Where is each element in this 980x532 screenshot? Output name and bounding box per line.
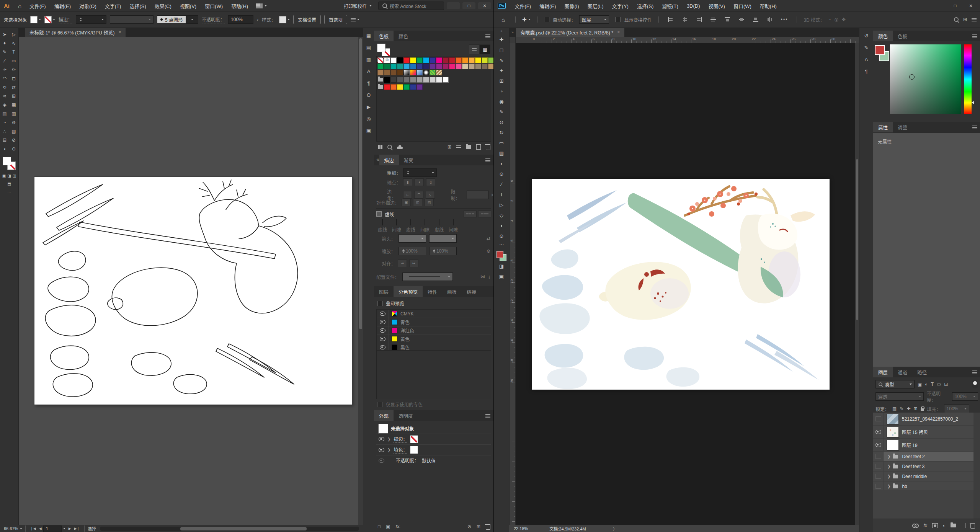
expand-chevron-icon[interactable]: ❯ [387,437,390,441]
history-brush-tool-icon[interactable]: ↻ [494,127,509,138]
menu-item[interactable]: 效果(C) [150,2,176,10]
selection-tool-icon[interactable]: ➤ [0,30,9,39]
menu-item[interactable]: 帮助(H) [227,2,252,10]
opacity-label[interactable]: 不透明度： [202,16,225,23]
panel-menu-icon[interactable] [972,126,977,129]
tab-2[interactable]: 特性 [423,286,442,297]
close-button[interactable]: ✕ [478,2,491,9]
brush-definition-select[interactable]: 5 点圆形 [157,15,198,24]
swatch[interactable] [430,57,436,63]
dashed-line-checkbox[interactable] [376,211,382,217]
healing-brush-tool-icon[interactable]: ◉ [494,96,509,107]
align-center-button[interactable]: ▣ [402,199,411,206]
lasso-tool-icon[interactable]: ∿ [9,39,18,47]
layer-visibility-icon[interactable] [875,416,881,421]
scale-tool-icon[interactable]: ⇄ [9,83,18,91]
align-center-icon[interactable] [682,17,688,22]
perspective-grid-tool-icon[interactable]: ▦ [9,100,18,109]
swatch-options-icon[interactable] [456,145,461,149]
lock-all-icon[interactable] [921,408,924,411]
visibility-eye-icon[interactable] [380,345,385,349]
lock-position-icon[interactable]: ✚ [906,406,910,411]
align-right-icon[interactable] [696,17,702,22]
pixel-filter-icon[interactable]: ▣ [918,382,922,387]
bevel-join-button[interactable]: ◺ [426,191,435,199]
lock-artboard-icon[interactable]: ⊞ [913,406,917,411]
hue-slider[interactable] [964,44,972,114]
menu-item[interactable]: 帮助(H) [756,2,781,10]
swatch[interactable] [416,57,423,63]
next-artboard-icon[interactable]: ▶ [67,527,73,530]
layer-visibility-icon[interactable] [875,484,881,489]
zoom-dropdown-icon[interactable] [20,528,22,529]
variable-width-profile-select[interactable] [110,15,154,24]
stroke-color-control[interactable] [44,16,55,23]
align-middle-icon[interactable] [739,17,744,22]
layer-visibility-icon[interactable] [875,430,881,434]
workspace-selector[interactable]: 打印和校样 [344,3,367,9]
expand-chevron-icon[interactable]: ❯ [387,448,390,452]
drawing-mode-buttons[interactable]: ▣◨◫ [0,174,18,178]
align-bottom-icon[interactable] [753,17,758,22]
swatch[interactable] [403,57,410,63]
visibility-eye-icon[interactable] [379,448,384,452]
arrange-documents-control[interactable] [351,18,359,21]
round-join-button[interactable]: ⌒ [414,191,423,199]
layer-fill-input[interactable]: 100% [944,405,969,413]
gradient-tool-icon[interactable]: ▥ [9,109,18,118]
menu-item[interactable]: 文字(T) [101,2,126,10]
swatch[interactable] [416,84,423,90]
delete-swatch-icon[interactable] [486,145,490,150]
swatch[interactable] [390,64,397,69]
layer-row[interactable]: 图层 15 拷贝 [873,426,973,439]
swatch[interactable] [390,57,397,63]
hand-tool-icon[interactable]: ◖ [494,220,509,231]
hue-slider-marker[interactable] [972,101,974,104]
swatch[interactable] [410,84,416,90]
find-swatch-icon[interactable] [387,145,392,149]
home-icon[interactable]: ⌂ [498,16,509,23]
photoshop-logo[interactable]: Ps [498,3,506,9]
stroke-weight-label[interactable]: 描边： [59,16,72,23]
layer-thumbnail[interactable] [887,427,899,437]
eraser-tool-icon[interactable]: ▭ [494,138,509,148]
menu-item[interactable]: 图像(I) [560,2,583,10]
appearance-opacity-row[interactable]: 不透明度： 默认值 [376,455,491,466]
visibility-eye-icon[interactable] [379,459,384,463]
swatch[interactable] [397,77,403,83]
eraser-tool-icon[interactable]: ◻ [9,74,18,83]
fill-stroke-indicator[interactable] [3,157,16,170]
tab-adjustments[interactable]: 调整 [893,122,912,132]
swatch[interactable] [390,84,397,90]
document-tab[interactable]: 未标题-1* @ 66.67% (CMYK/GPU 预览) × [25,28,126,37]
opacity-item-label[interactable]: 不透明度： [396,457,419,464]
zoom-tool-icon[interactable]: ⊙ [9,144,18,153]
tab-0[interactable]: 图层 [374,286,394,297]
channel-row[interactable]: CMYK [377,310,491,318]
new-color-group-icon[interactable] [466,145,471,149]
add-mask-icon[interactable] [932,523,938,528]
scale-end-input[interactable]: 100% [429,247,457,255]
swatch[interactable] [482,57,488,63]
path-selection-tool-icon[interactable]: ▷ [494,200,509,210]
tab-swatches[interactable]: 色板 [374,31,394,41]
channel-row[interactable]: 黄色 [377,335,491,343]
close-button[interactable]: ✕ [964,2,977,9]
menu-item[interactable]: 视图(V) [704,2,729,10]
swatch[interactable] [397,70,403,75]
color-proxy[interactable] [875,45,889,60]
menu-item[interactable]: 窗口(W) [201,2,227,10]
minimize-button[interactable]: ─ [447,2,460,9]
swatch[interactable] [416,64,423,69]
overprint-preview-checkbox[interactable] [377,301,382,306]
lock-pixels-icon[interactable]: ✎ [900,406,903,411]
brush-tool-icon[interactable]: ✎ [494,107,509,117]
minimize-button[interactable]: ─ [933,2,946,9]
last-artboard-icon[interactable]: ▶❘ [73,527,81,530]
stroke-item-label[interactable]: 描边： [394,436,407,443]
tab-appearance[interactable]: 外观 [374,410,394,421]
swatch[interactable] [423,70,429,75]
link-layers-icon[interactable] [912,524,916,528]
fill-item-label[interactable]: 填色： [394,446,407,454]
tab-1[interactable]: 分色预览 [394,286,423,297]
